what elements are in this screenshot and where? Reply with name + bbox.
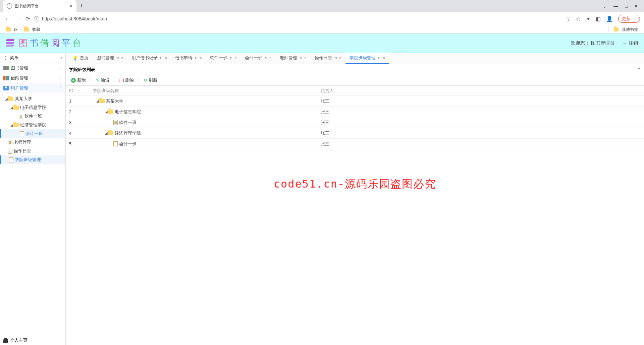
chevron-up-icon: ⌃: [59, 86, 62, 90]
url-bar[interactable]: i http://localhost:8084/book/main: [34, 16, 562, 21]
main-layout: ⋮ 菜单 ‹ 图书管理⌄ 借阅管理⌄ 用户管理⌃ ◢某某大学 ◢电子信息学院 软…: [0, 53, 644, 345]
delete-button[interactable]: 删除: [116, 76, 137, 84]
globe-icon: [7, 3, 12, 9]
expand-icon[interactable]: ◢: [10, 106, 13, 110]
tab-close-icon[interactable]: ×: [339, 56, 341, 60]
table-row[interactable]: 2◢电子信息学院张三: [66, 107, 644, 117]
tree-node-college-class[interactable]: 学院班级管理: [0, 155, 65, 164]
share-icon[interactable]: ⇪: [566, 16, 571, 22]
maximize-icon[interactable]: □: [625, 3, 628, 9]
tab-close-icon[interactable]: ×: [165, 56, 167, 60]
expand-icon[interactable]: ◢: [5, 97, 8, 101]
tab-refresh-icon[interactable]: ↻: [229, 56, 232, 60]
tree-node-root[interactable]: ◢某某大学: [0, 94, 65, 103]
tab-首页[interactable]: 💡首页: [68, 53, 93, 64]
tab-refresh-icon[interactable]: ↻: [334, 56, 337, 60]
close-window-icon[interactable]: ×: [635, 3, 637, 9]
tab-title: 图书借阅平台: [15, 3, 39, 9]
tab-close-icon[interactable]: ×: [70, 3, 72, 9]
menu-header[interactable]: ⋮ 菜单 ‹: [0, 53, 65, 63]
extensions-icon[interactable]: ✦: [586, 16, 590, 22]
star-icon[interactable]: ☆: [576, 16, 581, 22]
folder-icon: [108, 131, 113, 135]
tab-close-icon[interactable]: ×: [304, 56, 307, 60]
cell-owner: 张三: [321, 141, 641, 147]
edit-button[interactable]: ✎编辑: [93, 76, 112, 84]
tab-学院班级管理[interactable]: 学院班级管理↻×: [345, 53, 389, 64]
sidebar-item-borrow[interactable]: 借阅管理⌄: [0, 73, 65, 83]
refresh-button[interactable]: ↻刷新: [141, 76, 160, 84]
cell-id: 4: [69, 131, 93, 136]
tab-close-icon[interactable]: ×: [121, 56, 123, 60]
tree-node-teacher[interactable]: 老师管理: [0, 138, 65, 147]
expand-icon[interactable]: ◢: [105, 110, 108, 114]
sidebar-personal[interactable]: 个人主页: [0, 335, 65, 345]
window-dropdown-icon[interactable]: ⌄: [603, 3, 607, 9]
tab-refresh-icon[interactable]: ↻: [378, 56, 381, 60]
tab-操作日志[interactable]: 操作日志↻×: [311, 53, 345, 64]
page-icon: [113, 141, 118, 146]
tab-用户借书记录[interactable]: 用户借书记录↻×: [127, 53, 171, 64]
browser-tab[interactable]: 图书借阅平台 ×: [3, 0, 76, 12]
table-row[interactable]: 3软件一班张三: [66, 117, 644, 128]
tab-close-icon[interactable]: ×: [200, 56, 202, 60]
new-tab-button[interactable]: +: [80, 3, 84, 10]
tab-label: 会计一班: [245, 55, 262, 61]
tab-close-icon[interactable]: ×: [383, 56, 385, 60]
tab-软件一班[interactable]: 软件一班↻×: [206, 53, 241, 64]
chevron-left-icon: ‹: [61, 56, 62, 60]
page-icon: [8, 140, 12, 145]
minimize-icon[interactable]: —: [613, 3, 618, 9]
tree-node-dept1[interactable]: ◢电子信息学院: [0, 103, 65, 112]
bookmark-fav[interactable]: 收藏: [24, 27, 40, 32]
side-panel-icon[interactable]: ◧: [596, 16, 601, 22]
tab-会计一班[interactable]: 会计一班↻×: [241, 53, 276, 64]
bookmark-rx[interactable]: rx: [6, 27, 17, 32]
tree-node-class1[interactable]: 软件一班: [0, 112, 65, 121]
folder-icon: [99, 99, 105, 103]
tab-图书管理[interactable]: 图书管理↻×: [93, 53, 127, 64]
cell-name: ◢某某大学: [93, 98, 321, 104]
profile-icon[interactable]: 👤: [606, 16, 613, 22]
site-info-icon[interactable]: i: [34, 16, 39, 21]
bookmark-other[interactable]: 其他书签: [608, 27, 638, 32]
table-row[interactable]: 5会计一班张三: [66, 139, 644, 149]
tree-node-class2[interactable]: 会计一班: [0, 129, 65, 138]
col-id: ID: [69, 88, 93, 93]
logout-button[interactable]: ← 注销: [623, 40, 638, 46]
pencil-icon: ✎: [96, 78, 99, 83]
tab-refresh-icon[interactable]: ↻: [195, 56, 198, 60]
table-row[interactable]: 1◢某某大学张三: [66, 96, 644, 107]
tab-老师管理[interactable]: 老师管理↻×: [276, 53, 311, 64]
collapse-icon[interactable]: ⌃: [637, 67, 641, 72]
tab-close-icon[interactable]: ×: [234, 56, 237, 60]
books-icon: [3, 66, 9, 70]
tab-refresh-icon[interactable]: ↻: [116, 56, 119, 60]
add-button[interactable]: +新增: [68, 76, 89, 84]
expand-icon[interactable]: ◢: [10, 123, 13, 127]
tree-node-log[interactable]: 操作日志: [0, 147, 65, 155]
update-button[interactable]: 更新⋮: [618, 15, 640, 23]
expand-icon[interactable]: ◢: [96, 99, 99, 103]
sidebar-item-books[interactable]: 图书管理⌄: [0, 63, 65, 73]
tab-refresh-icon[interactable]: ↻: [264, 56, 267, 60]
cell-id: 3: [69, 120, 93, 125]
window-controls: ⌄ — □ ×: [603, 3, 644, 9]
content-tabs: 💡首页图书管理↻×用户借书记录↻×借书申请↻×软件一班↻×会计一班↻×老师管理↻…: [66, 53, 644, 64]
tab-refresh-icon[interactable]: ↻: [160, 56, 163, 60]
folder-icon: [13, 123, 19, 127]
tab-借书申请[interactable]: 借书申请↻×: [171, 53, 206, 64]
folder-icon: [6, 27, 11, 31]
tree-node-dept2[interactable]: ◢经济管理学院: [0, 121, 65, 129]
page-icon: [113, 120, 118, 125]
reload-icon[interactable]: ⟳: [25, 16, 30, 22]
expand-icon[interactable]: ◢: [105, 131, 108, 135]
forward-icon[interactable]: →: [15, 15, 21, 22]
tab-close-icon[interactable]: ×: [269, 56, 272, 60]
sidebar-item-user[interactable]: 用户管理⌃: [0, 83, 65, 93]
tab-refresh-icon[interactable]: ↻: [299, 56, 302, 60]
table-row[interactable]: 4◢经济管理学院张三: [66, 128, 644, 139]
back-icon[interactable]: ←: [4, 15, 11, 22]
logo-icon: [6, 39, 15, 47]
minus-icon: [119, 79, 124, 82]
